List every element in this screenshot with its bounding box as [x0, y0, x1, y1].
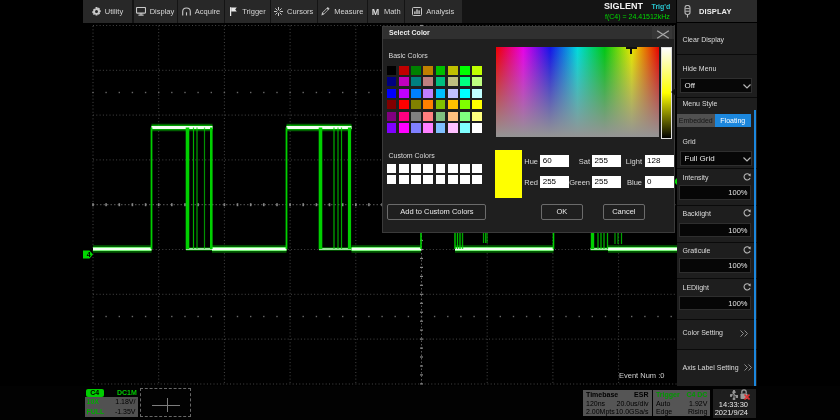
svg-text:Event Num :0: Event Num :0	[619, 371, 664, 380]
svg-text:M: M	[372, 7, 380, 16]
svg-text:4: 4	[87, 251, 91, 258]
